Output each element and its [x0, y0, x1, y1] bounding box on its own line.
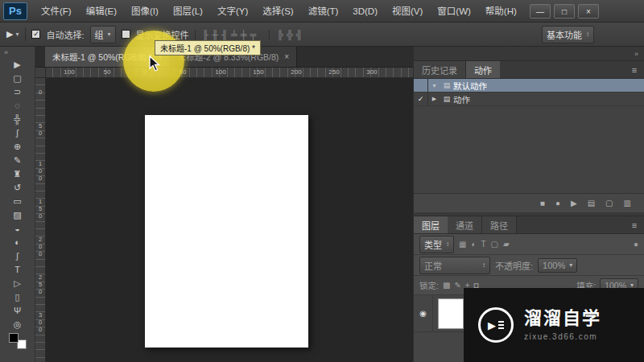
action-checkbox[interactable]: ✓	[414, 93, 428, 105]
filter-pixel-icon[interactable]: ▦	[459, 240, 466, 249]
align-center-icon[interactable]: ╫	[212, 30, 218, 39]
distribute-right-icon[interactable]: ╣	[296, 30, 303, 39]
auto-select-target-value: 组	[95, 28, 104, 41]
updown-arrow-icon: ↕	[482, 261, 485, 269]
visibility-eye-icon[interactable]: ◉	[414, 295, 433, 331]
dodge-icon: ◐	[14, 238, 20, 247]
hand-tool[interactable]: Ψ	[6, 304, 30, 318]
eraser-tool[interactable]: ▭	[6, 195, 30, 208]
workspace-dropdown[interactable]: 基本功能 ↕	[542, 26, 594, 43]
opacity-dropdown[interactable]: 100% ▾	[538, 258, 577, 273]
dodge-tool[interactable]: ◐	[6, 236, 30, 249]
minimize-button[interactable]: —	[530, 4, 551, 19]
history-brush-tool[interactable]: ↺	[6, 181, 30, 195]
menu-item-filter[interactable]: 滤镜(T)	[301, 0, 346, 23]
rectangle-tool[interactable]: ▯	[6, 290, 30, 304]
tab-channels[interactable]: 通道	[448, 216, 482, 233]
play-icon[interactable]: ▶	[571, 199, 577, 208]
blur-tool[interactable]: ◒	[6, 222, 30, 236]
menu-item-view[interactable]: 视图(V)	[385, 0, 430, 23]
auto-select-checkbox[interactable]: ✓	[31, 30, 40, 39]
distribute-center-icon[interactable]: ╬	[287, 30, 293, 39]
gradient-tool[interactable]: ▨	[6, 208, 30, 222]
watermark-play-logo-icon: ▶	[478, 307, 514, 343]
new-folder-icon[interactable]: ▤	[588, 199, 595, 208]
layer-thumbnail[interactable]	[438, 298, 464, 329]
tab-actions[interactable]: 动作	[466, 61, 500, 78]
lasso-tool[interactable]: ⊃	[6, 85, 30, 99]
collapse-panels-icon[interactable]: »	[634, 50, 638, 58]
brush-icon: ✎	[14, 156, 21, 165]
menu-item-file[interactable]: 文件(F)	[34, 0, 79, 23]
v-ruler-label: 150	[37, 198, 43, 220]
new-action-icon[interactable]: ▢	[605, 199, 613, 208]
stop-icon[interactable]: ■	[540, 199, 545, 208]
align-bottom-icon[interactable]: ╤	[250, 30, 257, 39]
menu-item-help[interactable]: 帮助(H)	[478, 0, 524, 23]
record-icon[interactable]: ●	[555, 199, 560, 208]
align-top-icon[interactable]: ╧	[231, 30, 237, 39]
menu-item-layer[interactable]: 图层(L)	[166, 0, 210, 23]
menu-item-edit[interactable]: 编辑(E)	[79, 0, 124, 23]
pen-tool[interactable]: ∫	[6, 249, 30, 263]
filter-toggle-icon[interactable]: ●	[634, 240, 638, 249]
h-ruler-label: 100	[215, 68, 225, 76]
clone-stamp-tool[interactable]: ♜	[6, 167, 30, 181]
align-right-icon[interactable]: ╢	[221, 30, 228, 39]
tab-paths[interactable]: 路径	[482, 216, 517, 233]
toolbar-collapse-icon[interactable]: »	[0, 47, 12, 58]
menu-item-type[interactable]: 文字(Y)	[210, 0, 255, 23]
action-row-actions[interactable]: ✓ ▶ ▤ 动作	[414, 93, 644, 106]
lock-pixels-icon[interactable]: ✎	[454, 281, 460, 290]
maximize-button[interactable]: □	[554, 4, 575, 19]
filter-type-layer-icon[interactable]: T	[481, 240, 486, 249]
type-tool[interactable]: T	[6, 263, 30, 277]
rectangular-marquee-tool[interactable]: ▢	[6, 72, 30, 85]
path-selection-tool[interactable]: ▷	[6, 277, 30, 290]
crop-tool[interactable]: ╬	[6, 113, 30, 126]
close-button[interactable]: ×	[578, 4, 599, 19]
photoshop-logo-icon: Ps	[3, 2, 27, 20]
blend-mode-dropdown[interactable]: 正常 ↕	[419, 257, 490, 274]
spot-healing-brush-tool[interactable]: ⊕	[6, 140, 30, 154]
lock-transparency-icon[interactable]: ▩	[443, 281, 450, 290]
menu-item-select[interactable]: 选择(S)	[255, 0, 300, 23]
quick-selection-tool[interactable]: ◌	[6, 99, 30, 113]
hand-icon: Ψ	[14, 306, 21, 315]
expander-down-icon[interactable]: ▼	[428, 83, 440, 88]
action-checkbox[interactable]	[414, 79, 428, 92]
tab-layers[interactable]: 图层	[414, 216, 448, 233]
layers-panel-tabs: 图层 通道 路径 ≡	[414, 216, 644, 234]
move-tool[interactable]: ▶	[6, 58, 30, 72]
color-swatches[interactable]	[9, 333, 27, 349]
zoom-tool[interactable]: ◎	[6, 318, 30, 331]
eyedropper-tool[interactable]: ʃ	[6, 126, 30, 140]
menu-item-3d[interactable]: 3D(D)	[345, 0, 385, 23]
current-tool-preview[interactable]: ▶ ▾	[5, 27, 26, 41]
action-row-default-actions[interactable]: ▼ ▤ 默认动作	[414, 79, 644, 93]
opacity-value: 100%	[543, 261, 565, 270]
panel-menu-icon[interactable]: ≡	[625, 216, 644, 233]
filter-type-dropdown[interactable]: 类型 ↕	[419, 236, 454, 253]
foreground-color-swatch[interactable]	[9, 333, 19, 343]
filter-adjustment-icon[interactable]: ◐	[471, 240, 476, 249]
delete-icon[interactable]: ▥	[624, 199, 631, 208]
brush-tool[interactable]: ✎	[6, 154, 30, 167]
filter-smart-object-icon[interactable]: ▰	[503, 240, 510, 249]
filter-shape-icon[interactable]: ▢	[491, 240, 498, 249]
menu-item-window[interactable]: 窗口(W)	[430, 0, 478, 23]
show-transform-checkbox[interactable]	[122, 30, 130, 39]
menu-item-image[interactable]: 图像(I)	[124, 0, 166, 23]
align-left-icon[interactable]: ╟	[203, 30, 209, 39]
dock-header: »	[414, 47, 644, 61]
menu-bar: 文件(F) 编辑(E) 图像(I) 图层(L) 文字(Y) 选择(S) 滤镜(T…	[34, 0, 524, 22]
document-canvas[interactable]	[145, 115, 308, 348]
tab-history[interactable]: 历史记录	[414, 61, 466, 78]
close-icon[interactable]: ×	[284, 52, 289, 61]
distribute-left-icon[interactable]: ╠	[277, 30, 283, 39]
auto-select-target-dropdown[interactable]: 组 ▾	[90, 26, 116, 43]
expander-right-icon[interactable]: ▶	[428, 96, 440, 102]
align-middle-icon[interactable]: ╪	[241, 30, 247, 39]
panel-menu-icon[interactable]: ≡	[625, 61, 644, 78]
quick-selection-icon: ◌	[14, 101, 20, 110]
